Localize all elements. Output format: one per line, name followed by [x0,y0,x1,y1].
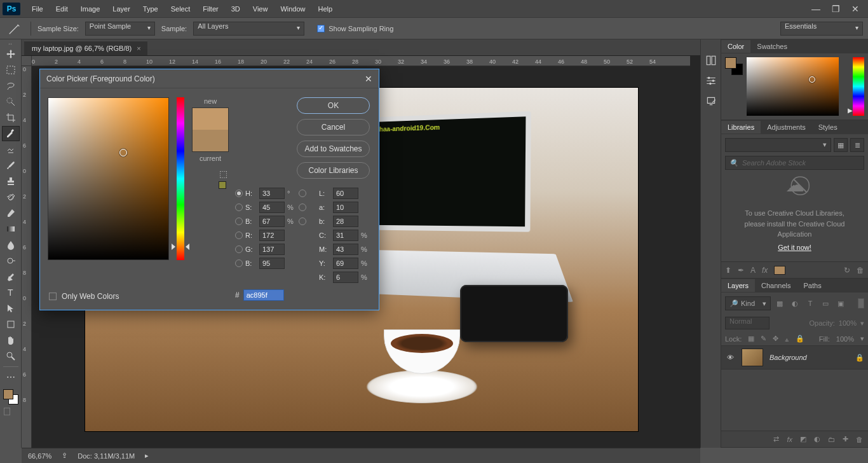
eraser-tool[interactable] [2,205,20,221]
menu-3d[interactable]: 3D [225,1,247,17]
device-preview-icon[interactable] [704,94,718,108]
type-tool[interactable]: T [2,285,20,300]
dialog-close-icon[interactable]: ✕ [365,74,372,84]
new-layer-icon[interactable]: ✚ [843,435,848,443]
tab-layers[interactable]: Layers [721,279,755,292]
menu-file[interactable]: File [25,1,50,17]
tab-swatches[interactable]: Swatches [750,40,794,53]
path-select-tool[interactable] [2,301,20,316]
workspace-switcher[interactable]: Essentials [780,22,863,36]
hue-slider[interactable] [175,97,186,260]
document-tab[interactable]: my laptop.jpg @ 66,7% (RGB/8) × [24,41,147,55]
marquee-tool[interactable] [2,62,20,78]
panel-color-field[interactable] [747,57,839,116]
dialog-titlebar[interactable]: Color Picker (Foreground Color) ✕ [40,69,379,88]
radio-s[interactable] [235,204,243,211]
layer-thumbnail[interactable] [742,349,763,366]
lib-upload-icon[interactable]: ⬆︎ [725,266,731,275]
lib-trash-icon[interactable]: 🗑 [857,266,864,275]
history-panel-icon[interactable] [704,53,718,67]
minimize-button[interactable]: — [811,4,820,14]
tab-channels[interactable]: Channels [755,279,797,292]
tab-styles[interactable]: Styles [812,121,844,134]
field-hex[interactable] [243,289,284,301]
crop-tool[interactable] [2,110,20,125]
group-icon[interactable]: 🗀 [828,436,835,443]
blend-mode-select[interactable]: Normal [725,317,770,329]
gradient-tool[interactable] [2,221,20,237]
filter-type-icon[interactable]: T [804,297,817,310]
radio-b2[interactable] [299,218,306,225]
field-bv[interactable] [259,216,285,227]
layer-name[interactable]: Background [770,354,807,361]
field-m[interactable] [333,244,358,255]
healing-tool[interactable] [2,142,20,157]
radio-b[interactable] [235,218,243,225]
field-l[interactable] [333,188,358,199]
filter-shape-icon[interactable]: ▭ [819,297,832,310]
layer-mask-icon[interactable]: ◩ [800,435,806,443]
gamut-warning-icon[interactable]: ⬚ [219,169,227,179]
libraries-list-view-icon[interactable]: ≣ [850,138,864,152]
field-h[interactable] [259,188,285,199]
filter-adjust-icon[interactable]: ◐ [789,297,801,310]
menu-window[interactable]: Window [274,1,311,17]
field-b2[interactable] [333,216,358,227]
add-to-swatches-button[interactable]: Add to Swatches [297,141,370,157]
vertical-ruler[interactable]: 02460246802468 [22,66,32,448]
blur-tool[interactable] [2,237,20,252]
field-y[interactable] [333,258,358,269]
status-doc-info[interactable]: Doc: 3,11M/3,11M [78,452,135,460]
radio-r[interactable] [235,232,243,239]
pen-tool[interactable] [2,269,20,284]
sample-size-select[interactable]: Point Sample [85,22,155,36]
lock-pixels-icon[interactable]: ✎ [761,335,766,343]
lock-position-icon[interactable]: ✥ [773,335,778,343]
color-libraries-button[interactable]: Color Libraries [297,162,370,179]
layer-row-background[interactable]: 👁 Background 🔒 [721,345,868,370]
close-tab-icon[interactable]: × [137,45,140,52]
lock-transparency-icon[interactable]: ▦ [748,335,754,343]
tab-paths[interactable]: Paths [797,279,828,292]
adjustment-layer-icon[interactable]: ◐ [814,435,820,443]
menu-view[interactable]: View [247,1,275,17]
status-flyout-icon[interactable]: ▸ [145,452,149,460]
menu-image[interactable]: Image [74,1,107,17]
libraries-get-it-link[interactable]: Get it now! [725,244,864,258]
radio-h[interactable] [235,190,243,197]
menu-type[interactable]: Type [137,1,165,17]
only-web-colors-checkbox[interactable]: Only Web Colors [49,292,119,301]
link-layers-icon[interactable]: ⇄ [773,435,779,443]
layer-filter-kind[interactable]: 🔎Kind▾ [725,296,771,310]
tool-preset-picker[interactable] [5,21,24,36]
menu-help[interactable]: Help [312,1,339,17]
lock-all-icon[interactable]: 🔒 [796,335,804,343]
move-tool[interactable] [2,46,20,62]
filter-smart-icon[interactable]: ▣ [834,297,847,310]
libraries-grid-view-icon[interactable]: ▦ [834,138,848,152]
shape-tool[interactable] [2,317,20,332]
saturation-value-field[interactable] [48,97,169,260]
panel-hue-strip[interactable] [853,57,864,116]
dodge-tool[interactable] [2,253,20,268]
properties-panel-icon[interactable] [704,74,718,88]
libraries-dropdown[interactable] [725,138,831,152]
radio-l[interactable] [299,190,306,197]
stamp-tool[interactable] [2,174,20,189]
show-sampling-ring-checkbox[interactable]: Show Sampling Ring [317,25,393,32]
ruler-origin[interactable] [22,56,32,66]
close-button[interactable]: ✕ [851,4,859,14]
field-r[interactable] [259,230,285,241]
libraries-search[interactable]: 🔍 Search Adobe Stock [725,156,864,170]
visibility-toggle-icon[interactable]: 👁 [725,354,735,361]
radio-bb[interactable] [235,259,243,267]
quick-select-tool[interactable] [2,94,20,109]
lib-color-chip[interactable] [774,266,785,275]
delete-layer-icon[interactable]: 🗑 [856,436,863,443]
panel-fg-bg-swatch[interactable] [725,57,743,75]
foreground-background-colors[interactable] [2,388,20,406]
menu-select[interactable]: Select [165,1,197,17]
lock-artboard-icon[interactable]: ⟁ [785,335,789,343]
lasso-tool[interactable] [2,78,20,93]
field-s[interactable] [259,202,285,213]
